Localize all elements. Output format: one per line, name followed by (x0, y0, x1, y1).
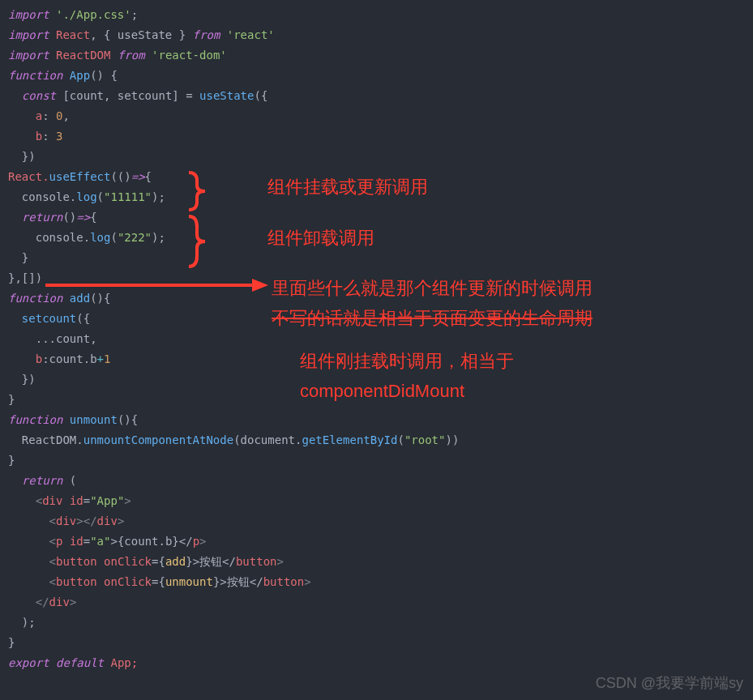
annotation-mount-update: 组件挂载或更新调用 (267, 174, 428, 200)
ident: console. (8, 231, 90, 244)
tag: div (42, 494, 62, 507)
fn: App (62, 69, 90, 82)
punc: { (90, 211, 96, 224)
fn: log (76, 190, 96, 203)
annotation-unmount: 组件卸载调用 (267, 225, 374, 251)
str: "App" (90, 494, 124, 507)
ident: ReactDOM. (8, 433, 83, 446)
punc: () { (90, 69, 118, 82)
txt: >{count.b}</ (110, 535, 192, 548)
kw: default (56, 656, 104, 669)
sp (62, 535, 69, 548)
punc: } (8, 454, 15, 467)
fn: add (62, 292, 90, 305)
fn: useEffect (49, 170, 111, 183)
arrow-icon (45, 277, 268, 293)
annotation-deps-line1: 里面些什么就是那个组件更新的时候调用 (272, 275, 593, 301)
kw: return (22, 211, 63, 224)
attr: id (70, 535, 83, 548)
sp (62, 494, 69, 507)
kw: function (8, 292, 62, 305)
kw: return (22, 474, 63, 487)
str: "11111" (104, 190, 152, 203)
br: > (277, 555, 284, 568)
fn: getElementById (302, 433, 397, 446)
punc: }) (8, 373, 36, 386)
tag: div (49, 595, 70, 608)
eq: = (83, 535, 90, 548)
punc: ( (110, 231, 117, 244)
kw: import (8, 8, 49, 21)
tag: button (56, 555, 97, 568)
punc: } (8, 251, 28, 264)
fn: unmount (165, 575, 213, 588)
kw: function (8, 69, 62, 82)
code-block: import './App.css'; import React, { useS… (0, 0, 753, 678)
punc: , (62, 109, 69, 122)
str: './App.css' (49, 8, 131, 21)
fn: setcount (22, 312, 76, 325)
br: > (70, 595, 76, 608)
sp (97, 555, 104, 568)
punc: ); (152, 190, 165, 203)
indent (8, 211, 22, 224)
txt: , { useState } (90, 28, 192, 41)
prop: b (36, 352, 42, 365)
punc: (){ (90, 292, 110, 305)
punc: (() (110, 170, 130, 183)
punc: : (42, 130, 56, 143)
txt: :count.b (42, 352, 96, 365)
punc: () (62, 211, 76, 224)
txt: [count, setcount] = (56, 89, 199, 102)
punc: : (42, 109, 56, 122)
punc: ( (397, 433, 404, 446)
punc: ({ (76, 312, 90, 325)
attr: id (70, 494, 83, 507)
br: ></ (76, 514, 96, 527)
kw: const (22, 89, 56, 102)
eq: ={ (152, 555, 165, 568)
str: "a" (90, 535, 110, 548)
br: < (8, 514, 56, 527)
sp (49, 656, 56, 669)
punc: )) (445, 433, 459, 446)
indent (8, 474, 22, 487)
fn: add (165, 555, 186, 568)
sp (97, 575, 104, 588)
br: < (8, 555, 56, 568)
br: </ (8, 595, 49, 608)
ident: React (49, 28, 91, 41)
attr: onClick (104, 575, 152, 588)
tag: p (193, 535, 199, 548)
txt: }>按钮</ (186, 555, 236, 568)
txt: ...count, (8, 332, 97, 345)
br: < (8, 575, 56, 588)
indent (8, 130, 36, 143)
eq: = (83, 494, 90, 507)
num: 3 (56, 130, 62, 143)
tag: button (236, 555, 277, 568)
br: > (118, 514, 124, 527)
attr: onClick (104, 555, 152, 568)
punc: ); (152, 231, 165, 244)
tag: div (97, 514, 118, 527)
tag: button (263, 575, 305, 588)
fn: unmount (62, 413, 117, 426)
kw: export (8, 656, 49, 669)
br: < (8, 535, 56, 548)
punc: ({ (254, 89, 267, 102)
num: 1 (104, 352, 110, 365)
kw: import (8, 49, 49, 62)
punc: },[]) (8, 271, 42, 284)
str: 'react-dom' (145, 49, 227, 62)
ident: React. (8, 170, 49, 183)
prop: a (36, 109, 42, 122)
kw: import (8, 28, 49, 41)
str: "root" (404, 433, 446, 446)
fn: unmountComponentAtNode (83, 433, 233, 446)
eq: ={ (152, 575, 165, 588)
fn: useState (199, 89, 254, 102)
kw: from (193, 28, 220, 41)
ident: App; (104, 656, 138, 669)
brace-icon (185, 215, 209, 268)
